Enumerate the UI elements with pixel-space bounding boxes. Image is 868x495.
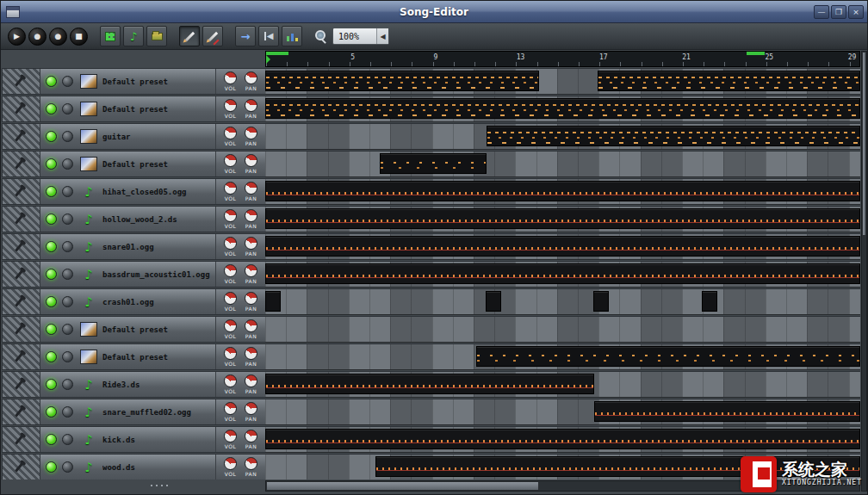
timeline-ruler[interactable]: 591317212529 xyxy=(265,51,860,67)
zoom-spinner-button[interactable]: ◀ xyxy=(376,28,388,44)
track-grip[interactable] xyxy=(3,179,40,204)
volume-knob[interactable] xyxy=(224,374,237,387)
minimize-button[interactable]: — xyxy=(814,5,829,19)
track-panel[interactable]: guitarVOLPAN xyxy=(2,123,265,150)
solo-led[interactable] xyxy=(62,434,73,445)
record-button[interactable]: ● xyxy=(28,28,46,46)
solo-led[interactable] xyxy=(62,103,73,114)
track-lane[interactable] xyxy=(265,178,860,205)
volume-knob[interactable] xyxy=(224,71,237,84)
pan-knob[interactable] xyxy=(245,292,257,305)
track-lane[interactable] xyxy=(265,288,860,315)
pan-knob[interactable] xyxy=(245,237,257,250)
pattern-segment[interactable] xyxy=(265,71,539,91)
track-lane[interactable] xyxy=(265,316,860,343)
mute-led[interactable] xyxy=(46,158,57,170)
pattern-segment[interactable] xyxy=(594,401,860,422)
pattern-segment[interactable] xyxy=(598,71,860,91)
track-grip[interactable] xyxy=(3,455,40,480)
edit-mode-button[interactable] xyxy=(202,26,223,46)
track-lane[interactable] xyxy=(265,343,860,370)
track-grip[interactable] xyxy=(3,399,40,424)
track-panel[interactable]: ♪hihat_closed05.oggVOLPAN xyxy=(2,178,265,205)
pattern-segment[interactable] xyxy=(265,374,594,394)
playhead-marker[interactable] xyxy=(266,52,288,55)
volume-knob[interactable] xyxy=(224,347,237,360)
solo-led[interactable] xyxy=(62,269,73,280)
pattern-segment[interactable] xyxy=(486,291,501,312)
track-name[interactable]: Default preset xyxy=(102,105,215,114)
track-lane[interactable] xyxy=(265,123,860,150)
mute-led[interactable] xyxy=(46,434,57,445)
track-name[interactable]: wood.ds xyxy=(102,463,215,472)
track-panel[interactable]: ♪kick.dsVOLPAN xyxy=(2,426,265,453)
pattern-segment[interactable] xyxy=(476,346,860,367)
track-panel[interactable]: ♪crash01.oggVOLPAN xyxy=(2,288,265,315)
track-panel[interactable]: Default presetVOLPAN xyxy=(2,96,265,122)
track-panel[interactable]: Default presetVOLPAN xyxy=(2,343,265,370)
pan-knob[interactable] xyxy=(245,71,257,84)
solo-led[interactable] xyxy=(62,461,73,473)
pan-knob[interactable] xyxy=(245,402,257,415)
mute-led[interactable] xyxy=(46,131,57,142)
track-lane[interactable] xyxy=(265,261,860,288)
pattern-segment[interactable] xyxy=(265,181,860,201)
track-name[interactable]: bassdrum_acoustic01.ogg xyxy=(102,270,215,279)
vertical-scrollbar[interactable] xyxy=(861,51,867,492)
track-grip[interactable] xyxy=(3,234,40,259)
volume-knob[interactable] xyxy=(224,402,237,415)
pattern-segment[interactable] xyxy=(487,126,860,146)
track-panel[interactable]: ♪hollow_wood_2.dsVOLPAN xyxy=(2,206,265,232)
track-name[interactable]: Ride3.ds xyxy=(102,381,215,389)
track-name[interactable]: snare_muffled02.ogg xyxy=(102,408,215,417)
pan-knob[interactable] xyxy=(245,457,257,470)
track-name[interactable]: crash01.ogg xyxy=(102,298,215,306)
solo-led[interactable] xyxy=(62,379,73,390)
track-panel[interactable]: ♪Ride3.dsVOLPAN xyxy=(2,371,265,398)
pattern-segment[interactable] xyxy=(265,263,860,284)
stop-button[interactable]: ■ xyxy=(70,28,88,46)
track-lane[interactable] xyxy=(265,68,860,95)
pan-knob[interactable] xyxy=(245,154,257,167)
track-lane[interactable] xyxy=(265,371,860,398)
solo-led[interactable] xyxy=(62,76,73,87)
track-grip[interactable] xyxy=(3,152,40,176)
pan-knob[interactable] xyxy=(245,319,257,332)
track-panel[interactable]: Default presetVOLPAN xyxy=(2,316,265,343)
track-name[interactable]: Default preset xyxy=(102,160,215,169)
track-grip[interactable] xyxy=(3,289,40,314)
volume-knob[interactable] xyxy=(224,457,237,470)
rewind-to-start-button[interactable]: ◀ xyxy=(258,26,279,46)
pan-knob[interactable] xyxy=(245,347,257,360)
mute-led[interactable] xyxy=(46,351,57,362)
volume-knob[interactable] xyxy=(224,292,237,305)
volume-knob[interactable] xyxy=(224,127,237,139)
solo-led[interactable] xyxy=(62,213,73,225)
add-automation-track-button[interactable] xyxy=(146,26,167,46)
solo-led[interactable] xyxy=(62,296,73,307)
horizontal-scrollbar-thumb[interactable] xyxy=(266,481,539,491)
add-bb-track-button[interactable] xyxy=(100,26,121,46)
pattern-segment[interactable] xyxy=(593,291,609,312)
pattern-segment[interactable] xyxy=(265,291,281,312)
solo-led[interactable] xyxy=(62,158,73,170)
track-name[interactable]: hihat_closed05.ogg xyxy=(102,188,215,196)
mute-led[interactable] xyxy=(46,324,57,335)
mute-led[interactable] xyxy=(46,76,57,87)
track-name[interactable]: Default preset xyxy=(102,77,215,86)
zoom-select[interactable]: 100% ◀ xyxy=(332,28,389,45)
pan-knob[interactable] xyxy=(245,374,257,387)
mute-led[interactable] xyxy=(46,186,57,197)
play-button[interactable]: ▶ xyxy=(8,28,26,46)
mute-led[interactable] xyxy=(46,461,57,473)
track-name[interactable]: guitar xyxy=(102,133,215,141)
mute-led[interactable] xyxy=(46,269,57,280)
pattern-segment[interactable] xyxy=(265,98,860,119)
track-grip[interactable] xyxy=(3,207,40,232)
vertical-scrollbar-thumb[interactable] xyxy=(862,52,866,236)
mute-led[interactable] xyxy=(46,213,57,225)
pan-knob[interactable] xyxy=(245,209,257,222)
solo-led[interactable] xyxy=(62,324,73,335)
maximize-button[interactable]: ❐ xyxy=(831,5,846,19)
track-name[interactable]: hollow_wood_2.ds xyxy=(102,215,215,224)
